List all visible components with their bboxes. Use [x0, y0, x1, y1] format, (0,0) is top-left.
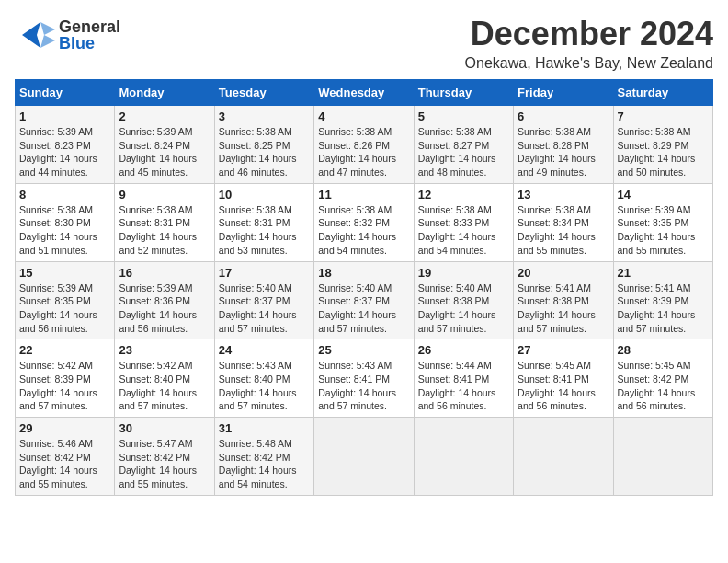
- table-row: 10Sunrise: 5:38 AM Sunset: 8:31 PM Dayli…: [214, 183, 313, 261]
- table-row: 1Sunrise: 5:39 AM Sunset: 8:23 PM Daylig…: [16, 106, 115, 184]
- day-info: Sunrise: 5:38 AM Sunset: 8:34 PM Dayligh…: [518, 203, 609, 258]
- calendar-week-3: 15Sunrise: 5:39 AM Sunset: 8:35 PM Dayli…: [16, 261, 713, 339]
- day-number: 13: [518, 188, 609, 201]
- day-info: Sunrise: 5:38 AM Sunset: 8:32 PM Dayligh…: [318, 203, 409, 258]
- day-number: 8: [19, 188, 110, 201]
- title-block: December 2024 Onekawa, Hawke's Bay, New …: [465, 15, 713, 72]
- day-info: Sunrise: 5:38 AM Sunset: 8:28 PM Dayligh…: [518, 125, 609, 179]
- day-number: 22: [19, 343, 110, 357]
- day-info: Sunrise: 5:40 AM Sunset: 8:37 PM Dayligh…: [219, 282, 310, 336]
- table-row: 13Sunrise: 5:38 AM Sunset: 8:34 PM Dayli…: [514, 183, 613, 261]
- day-number: 10: [219, 188, 310, 201]
- table-row: 30Sunrise: 5:47 AM Sunset: 8:42 PM Dayli…: [115, 418, 214, 496]
- table-row: 26Sunrise: 5:44 AM Sunset: 8:41 PM Dayli…: [414, 339, 513, 418]
- table-row: 28Sunrise: 5:45 AM Sunset: 8:42 PM Dayli…: [613, 339, 712, 418]
- table-row: 14Sunrise: 5:39 AM Sunset: 8:35 PM Dayli…: [613, 183, 712, 261]
- table-row: 4Sunrise: 5:38 AM Sunset: 8:26 PM Daylig…: [314, 106, 414, 184]
- day-info: Sunrise: 5:46 AM Sunset: 8:42 PM Dayligh…: [19, 437, 110, 491]
- header: General Blue December 2024 Onekawa, Hawk…: [15, 15, 713, 72]
- day-number: 19: [418, 266, 509, 280]
- calendar-header: Sunday Monday Tuesday Wednesday Thursday…: [16, 80, 713, 106]
- calendar-week-4: 22Sunrise: 5:42 AM Sunset: 8:39 PM Dayli…: [16, 339, 713, 418]
- day-number: 2: [119, 109, 210, 123]
- calendar-body: 1Sunrise: 5:39 AM Sunset: 8:23 PM Daylig…: [16, 106, 713, 496]
- day-info: Sunrise: 5:39 AM Sunset: 8:35 PM Dayligh…: [618, 203, 709, 258]
- day-info: Sunrise: 5:39 AM Sunset: 8:35 PM Dayligh…: [19, 282, 110, 336]
- table-row: [414, 418, 513, 496]
- day-info: Sunrise: 5:38 AM Sunset: 8:25 PM Dayligh…: [219, 125, 310, 179]
- day-number: 12: [418, 188, 509, 201]
- day-info: Sunrise: 5:42 AM Sunset: 8:40 PM Dayligh…: [119, 359, 210, 413]
- day-number: 28: [618, 343, 709, 357]
- day-number: 4: [318, 109, 409, 123]
- table-row: 20Sunrise: 5:41 AM Sunset: 8:38 PM Dayli…: [514, 261, 613, 339]
- day-number: 14: [618, 188, 709, 201]
- calendar-week-5: 29Sunrise: 5:46 AM Sunset: 8:42 PM Dayli…: [16, 418, 713, 496]
- header-row: Sunday Monday Tuesday Wednesday Thursday…: [16, 80, 713, 106]
- day-number: 15: [19, 266, 110, 280]
- day-number: 24: [219, 343, 310, 357]
- logo-general: General: [59, 18, 120, 35]
- table-row: 27Sunrise: 5:45 AM Sunset: 8:41 PM Dayli…: [514, 339, 613, 418]
- day-info: Sunrise: 5:38 AM Sunset: 8:30 PM Dayligh…: [19, 203, 110, 258]
- month-title: December 2024: [465, 15, 713, 53]
- table-row: 9Sunrise: 5:38 AM Sunset: 8:31 PM Daylig…: [115, 183, 214, 261]
- table-row: 16Sunrise: 5:39 AM Sunset: 8:36 PM Dayli…: [115, 261, 214, 339]
- day-info: Sunrise: 5:42 AM Sunset: 8:39 PM Dayligh…: [19, 359, 110, 413]
- logo-text: General Blue: [59, 18, 120, 52]
- table-row: [314, 418, 414, 496]
- day-info: Sunrise: 5:39 AM Sunset: 8:36 PM Dayligh…: [119, 282, 210, 336]
- logo-blue: Blue: [59, 35, 120, 52]
- table-row: 5Sunrise: 5:38 AM Sunset: 8:27 PM Daylig…: [414, 106, 513, 184]
- table-row: 6Sunrise: 5:38 AM Sunset: 8:28 PM Daylig…: [514, 106, 613, 184]
- table-row: 24Sunrise: 5:43 AM Sunset: 8:40 PM Dayli…: [214, 339, 313, 418]
- day-info: Sunrise: 5:38 AM Sunset: 8:31 PM Dayligh…: [119, 203, 210, 258]
- calendar-week-1: 1Sunrise: 5:39 AM Sunset: 8:23 PM Daylig…: [16, 106, 713, 184]
- day-info: Sunrise: 5:39 AM Sunset: 8:24 PM Dayligh…: [119, 125, 210, 179]
- table-row: [613, 418, 712, 496]
- col-thursday: Thursday: [414, 80, 513, 106]
- day-info: Sunrise: 5:43 AM Sunset: 8:40 PM Dayligh…: [219, 359, 310, 413]
- day-info: Sunrise: 5:38 AM Sunset: 8:26 PM Dayligh…: [318, 125, 409, 179]
- col-sunday: Sunday: [16, 80, 115, 106]
- day-number: 17: [219, 266, 310, 280]
- day-number: 5: [418, 109, 509, 123]
- day-number: 21: [618, 266, 709, 280]
- table-row: 3Sunrise: 5:38 AM Sunset: 8:25 PM Daylig…: [214, 106, 313, 184]
- day-info: Sunrise: 5:44 AM Sunset: 8:41 PM Dayligh…: [418, 359, 509, 413]
- table-row: 29Sunrise: 5:46 AM Sunset: 8:42 PM Dayli…: [16, 418, 115, 496]
- day-number: 20: [518, 266, 609, 280]
- table-row: [514, 418, 613, 496]
- col-monday: Monday: [115, 80, 214, 106]
- day-number: 27: [518, 343, 609, 357]
- day-info: Sunrise: 5:47 AM Sunset: 8:42 PM Dayligh…: [119, 437, 210, 491]
- day-number: 26: [418, 343, 509, 357]
- table-row: 23Sunrise: 5:42 AM Sunset: 8:40 PM Dayli…: [115, 339, 214, 418]
- col-saturday: Saturday: [613, 80, 712, 106]
- day-info: Sunrise: 5:38 AM Sunset: 8:27 PM Dayligh…: [418, 125, 509, 179]
- table-row: 21Sunrise: 5:41 AM Sunset: 8:39 PM Dayli…: [613, 261, 712, 339]
- table-row: 31Sunrise: 5:48 AM Sunset: 8:42 PM Dayli…: [214, 418, 313, 496]
- table-row: 25Sunrise: 5:43 AM Sunset: 8:41 PM Dayli…: [314, 339, 414, 418]
- day-info: Sunrise: 5:39 AM Sunset: 8:23 PM Dayligh…: [19, 125, 110, 179]
- day-number: 18: [318, 266, 409, 280]
- table-row: 2Sunrise: 5:39 AM Sunset: 8:24 PM Daylig…: [115, 106, 214, 184]
- day-info: Sunrise: 5:40 AM Sunset: 8:38 PM Dayligh…: [418, 282, 509, 336]
- day-number: 3: [219, 109, 310, 123]
- location-title: Onekawa, Hawke's Bay, New Zealand: [465, 55, 713, 72]
- day-number: 25: [318, 343, 409, 357]
- day-info: Sunrise: 5:38 AM Sunset: 8:31 PM Dayligh…: [219, 203, 310, 258]
- table-row: 22Sunrise: 5:42 AM Sunset: 8:39 PM Dayli…: [16, 339, 115, 418]
- day-info: Sunrise: 5:43 AM Sunset: 8:41 PM Dayligh…: [318, 359, 409, 413]
- day-info: Sunrise: 5:48 AM Sunset: 8:42 PM Dayligh…: [219, 437, 310, 491]
- day-number: 29: [19, 421, 110, 435]
- day-info: Sunrise: 5:45 AM Sunset: 8:41 PM Dayligh…: [518, 359, 609, 413]
- day-info: Sunrise: 5:41 AM Sunset: 8:39 PM Dayligh…: [618, 282, 709, 336]
- table-row: 12Sunrise: 5:38 AM Sunset: 8:33 PM Dayli…: [414, 183, 513, 261]
- table-row: 17Sunrise: 5:40 AM Sunset: 8:37 PM Dayli…: [214, 261, 313, 339]
- day-info: Sunrise: 5:41 AM Sunset: 8:38 PM Dayligh…: [518, 282, 609, 336]
- table-row: 11Sunrise: 5:38 AM Sunset: 8:32 PM Dayli…: [314, 183, 414, 261]
- logo: General Blue: [15, 15, 120, 55]
- day-number: 1: [19, 109, 110, 123]
- col-friday: Friday: [514, 80, 613, 106]
